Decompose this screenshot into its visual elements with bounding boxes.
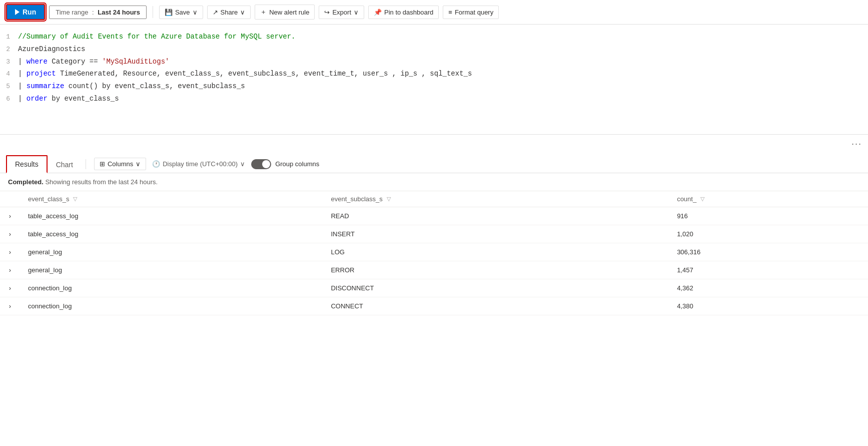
- cell-count: 4,362: [669, 279, 868, 297]
- group-columns-toggle[interactable]: [251, 159, 271, 169]
- time-range-button[interactable]: Time range : Last 24 hours: [49, 6, 147, 19]
- code-line-3: 3 | where Category == 'MySqlAuditLogs': [0, 56, 868, 68]
- th-expand: [0, 191, 20, 207]
- clock-icon: 🕐: [152, 160, 160, 168]
- code-line-1: 1 //Summary of Audit Events for the Azur…: [0, 31, 868, 43]
- export-icon: ↪: [324, 9, 330, 16]
- code-line-5: 5 | summarize count() by event_class_s, …: [0, 80, 868, 93]
- pin-label: Pin to dashboard: [384, 9, 433, 16]
- table-row: ›general_logERROR1,457: [0, 261, 868, 279]
- cell-count: 1,020: [669, 225, 868, 243]
- columns-icon: ⊞: [100, 160, 105, 168]
- save-icon: 💾: [165, 9, 173, 16]
- tab-chart[interactable]: Chart: [48, 156, 82, 173]
- row-expander[interactable]: ›: [0, 225, 20, 243]
- pin-icon: 📌: [374, 9, 382, 16]
- cell-event-class: connection_log: [20, 279, 323, 297]
- table-row: ›connection_logDISCONNECT4,362: [0, 279, 868, 297]
- cell-event-subclass: DISCONNECT: [323, 279, 669, 297]
- columns-label: Columns: [108, 160, 133, 168]
- share-label: Share: [221, 9, 238, 16]
- row-expander[interactable]: ›: [0, 297, 20, 315]
- table-row: ›table_access_logREAD916: [0, 207, 868, 225]
- results-table: event_class_s ▽ event_subclass_s ▽ count…: [0, 191, 868, 315]
- table-row: ›connection_logCONNECT4,380: [0, 297, 868, 315]
- toolbar: Run Time range : Last 24 hours 💾 Save ∨ …: [0, 0, 868, 25]
- row-expander[interactable]: ›: [0, 261, 20, 279]
- filter-icon-event-class[interactable]: ▽: [73, 196, 77, 202]
- cell-count: 916: [669, 207, 868, 225]
- code-text-2: AzureDiagnostics: [18, 44, 85, 55]
- cell-event-subclass: READ: [323, 207, 669, 225]
- export-label: Export: [332, 9, 351, 16]
- run-button[interactable]: Run: [6, 4, 45, 20]
- table-row: ›general_logLOG306,316: [0, 243, 868, 261]
- display-time-button[interactable]: 🕐 Display time (UTC+00:00) ∨: [152, 160, 245, 168]
- cell-event-class: table_access_log: [20, 207, 323, 225]
- cell-event-subclass: CONNECT: [323, 297, 669, 315]
- row-expander[interactable]: ›: [0, 279, 20, 297]
- tab-results[interactable]: Results: [6, 155, 48, 173]
- tab-controls: ⊞ Columns ∨ 🕐 Display time (UTC+00:00) ∨…: [94, 158, 319, 170]
- code-line-6: 6 | order by event_class_s: [0, 93, 868, 105]
- status-bold: Completed.: [8, 178, 44, 186]
- group-columns-toggle-wrap: Group columns: [251, 159, 319, 169]
- toolbar-separator-1: [153, 6, 153, 18]
- cell-event-class: general_log: [20, 261, 323, 279]
- cell-count: 4,380: [669, 297, 868, 315]
- th-event-subclass: event_subclass_s ▽: [323, 191, 669, 207]
- filter-icon-count[interactable]: ▽: [700, 196, 704, 202]
- new-alert-icon: ＋: [260, 8, 267, 17]
- tab-separator: [86, 159, 86, 169]
- row-expander[interactable]: ›: [0, 207, 20, 225]
- run-label: Run: [23, 8, 36, 16]
- results-area: Results Chart ⊞ Columns ∨ 🕐 Display time…: [0, 151, 868, 315]
- table-header-row: event_class_s ▽ event_subclass_s ▽ count…: [0, 191, 868, 207]
- time-range-label: Time range: [56, 9, 88, 16]
- pin-button[interactable]: 📌 Pin to dashboard: [368, 6, 439, 19]
- th-event-class: event_class_s ▽: [20, 191, 323, 207]
- save-button[interactable]: 💾 Save ∨: [159, 6, 203, 19]
- save-chevron-icon: ∨: [193, 9, 198, 16]
- code-line-4: 4 | project TimeGenerated, Resource, eve…: [0, 68, 868, 80]
- cell-event-subclass: LOG: [323, 243, 669, 261]
- columns-chevron-icon: ∨: [136, 160, 141, 168]
- share-chevron-icon: ∨: [240, 9, 245, 16]
- cell-count: 306,316: [669, 243, 868, 261]
- status-line: Completed. Showing results from the last…: [0, 173, 868, 191]
- format-label: Format query: [455, 9, 493, 16]
- tabs-bar: Results Chart ⊞ Columns ∨ 🕐 Display time…: [0, 151, 868, 173]
- query-editor[interactable]: 1 //Summary of Audit Events for the Azur…: [0, 25, 868, 135]
- cell-event-subclass: INSERT: [323, 225, 669, 243]
- share-button[interactable]: ↗ Share ∨: [207, 6, 251, 19]
- table-row: ›table_access_logINSERT1,020: [0, 225, 868, 243]
- cell-event-class: general_log: [20, 243, 323, 261]
- columns-button[interactable]: ⊞ Columns ∨: [94, 158, 146, 170]
- time-range-value: Last 24 hours: [98, 9, 140, 16]
- status-rest: Showing results from the last 24 hours.: [45, 178, 158, 186]
- run-icon: [15, 9, 20, 15]
- share-icon: ↗: [213, 9, 218, 16]
- filter-icon-event-subclass[interactable]: ▽: [387, 196, 391, 202]
- cell-event-class: table_access_log: [20, 225, 323, 243]
- code-comment-1: //Summary of Audit Events for the Azure …: [18, 31, 296, 42]
- th-count: count_ ▽: [669, 191, 868, 207]
- toggle-knob: [262, 160, 270, 168]
- row-expander[interactable]: ›: [0, 243, 20, 261]
- export-chevron-icon: ∨: [354, 9, 359, 16]
- display-time-chevron-icon: ∨: [240, 160, 245, 168]
- group-columns-label: Group columns: [275, 160, 319, 168]
- code-line-2: 2 AzureDiagnostics: [0, 43, 868, 56]
- save-label: Save: [175, 9, 190, 16]
- new-alert-button[interactable]: ＋ New alert rule: [255, 5, 315, 20]
- cell-count: 1,457: [669, 261, 868, 279]
- display-time-label: Display time (UTC+00:00): [163, 160, 238, 168]
- cell-event-subclass: ERROR: [323, 261, 669, 279]
- more-options-button[interactable]: ···: [0, 135, 868, 151]
- new-alert-label: New alert rule: [269, 9, 309, 16]
- format-query-button[interactable]: ≡ Format query: [443, 6, 499, 19]
- export-button[interactable]: ↪ Export ∨: [319, 6, 364, 19]
- cell-event-class: connection_log: [20, 297, 323, 315]
- format-icon: ≡: [448, 9, 452, 16]
